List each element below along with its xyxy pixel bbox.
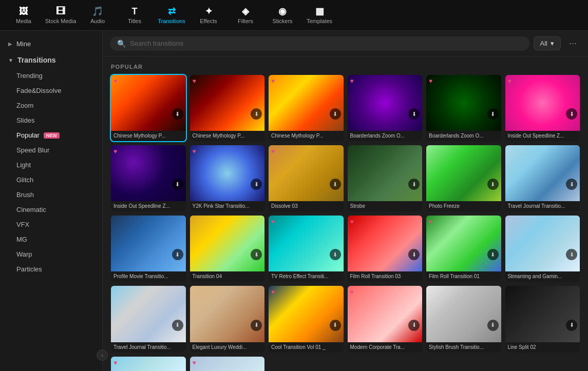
nav-item-transitions[interactable]: ⇄ Transitions bbox=[153, 2, 190, 29]
sidebar-item-trending[interactable]: Trending bbox=[0, 68, 102, 83]
card-thumb-filmroll03: ♥ ⬇ bbox=[348, 216, 423, 271]
fav-icon-inside-out2: ♥ bbox=[113, 148, 117, 155]
card-elegant[interactable]: ⬇ Elegant Luxury Weddi... bbox=[190, 286, 265, 352]
transitions-icon: ⇄ bbox=[168, 7, 176, 16]
nav-item-stickers[interactable]: ◉ Stickers bbox=[264, 2, 301, 29]
download-btn-line-split[interactable]: ⬇ bbox=[566, 320, 577, 331]
filter-button[interactable]: All ▾ bbox=[534, 36, 561, 50]
download-btn-y2k[interactable]: ⬇ bbox=[251, 179, 262, 190]
sidebar-item-label-brush: Brush bbox=[16, 191, 34, 199]
sidebar-item-particles[interactable]: Particles bbox=[0, 262, 102, 277]
card-stylish-brush[interactable]: ⬇ Stylish Brush Transitio... bbox=[426, 286, 501, 352]
card-strobe[interactable]: ⬇ Strobe bbox=[348, 145, 423, 211]
download-btn-travel-journal1[interactable]: ⬇ bbox=[566, 179, 577, 190]
sidebar-collapse-button[interactable]: ‹ bbox=[97, 349, 108, 361]
new-badge-popular: NEW bbox=[44, 132, 60, 139]
download-btn-inside-out-z[interactable]: ⬇ bbox=[566, 108, 577, 120]
card-dissolve03[interactable]: ♥ ⬇ Dissolve 03 bbox=[269, 145, 344, 211]
nav-item-filters[interactable]: ◈ Filters bbox=[227, 2, 264, 29]
nav-item-templates[interactable]: ▦ Templates bbox=[301, 2, 338, 29]
sidebar-item-speed-blur[interactable]: Speed Blur bbox=[0, 143, 102, 158]
sidebar-item-label-zoom: Zoom bbox=[16, 102, 33, 109]
card-filmroll01[interactable]: ♥ ⬇ Film Roll Transition 01 bbox=[426, 216, 501, 282]
card-label-photo-freeze: Photo Freeze bbox=[426, 201, 501, 211]
card-streaming[interactable]: ⬇ Streaming and Gamin... bbox=[505, 216, 580, 282]
download-btn-streaming[interactable]: ⬇ bbox=[566, 249, 577, 260]
download-btn-photo-freeze[interactable]: ⬇ bbox=[487, 179, 499, 190]
download-btn-cool-transition[interactable]: ⬇ bbox=[330, 320, 341, 331]
nav-item-effects[interactable]: ✦ Effects bbox=[190, 2, 227, 29]
card-label-travel-journal1: Travel Journal Transitio... bbox=[505, 201, 580, 211]
search-input[interactable] bbox=[130, 40, 522, 47]
card-label-dissolve03: Dissolve 03 bbox=[269, 201, 344, 211]
download-btn-modern-corp[interactable]: ⬇ bbox=[408, 320, 420, 331]
more-options-button[interactable]: ··· bbox=[565, 36, 581, 51]
card-chinese1[interactable]: ♥ ⬇ Chinese Mythology P... bbox=[111, 75, 186, 141]
sidebar-item-cinematic[interactable]: Cinematic bbox=[0, 202, 102, 217]
nav-item-audio[interactable]: 🎵 Audio bbox=[79, 2, 116, 29]
search-input-wrapper: 🔍 bbox=[110, 36, 529, 51]
download-btn-chinese2[interactable]: ⬇ bbox=[251, 108, 262, 120]
sidebar-item-label-fade-dissolve: Fade&Dissolve bbox=[16, 87, 61, 94]
nav-item-titles[interactable]: T Titles bbox=[116, 2, 153, 29]
download-btn-tvretro[interactable]: ⬇ bbox=[330, 249, 341, 260]
card-boarderlands2[interactable]: ♥ ⬇ Boarderlands Zoom O... bbox=[426, 75, 501, 141]
card-las-fallas[interactable]: ♥ ⬇ Las Fallas Transition 18 bbox=[111, 357, 186, 372]
sidebar-item-brush[interactable]: Brush bbox=[0, 187, 102, 202]
sidebar-item-label-particles: Particles bbox=[16, 265, 42, 273]
sidebar-item-mg[interactable]: MG bbox=[0, 232, 102, 247]
download-btn-dissolve03[interactable]: ⬇ bbox=[330, 179, 341, 190]
nav-item-media[interactable]: 🖼 Media bbox=[5, 2, 42, 29]
download-btn-travel2[interactable]: ⬇ bbox=[172, 320, 183, 331]
nav-label-stickers: Stickers bbox=[272, 18, 292, 24]
templates-icon: ▦ bbox=[315, 7, 324, 16]
download-btn-transition04[interactable]: ⬇ bbox=[251, 249, 262, 260]
download-btn-inside-out2[interactable]: ⬇ bbox=[172, 179, 183, 190]
sidebar-item-glitch[interactable]: Glitch bbox=[0, 172, 102, 187]
card-filmroll03[interactable]: ♥ ⬇ Film Roll Transition 03 bbox=[348, 216, 423, 282]
card-label-modern-corp: Modern Corporate Tra... bbox=[348, 342, 423, 353]
sidebar-item-zoom[interactable]: Zoom bbox=[0, 98, 102, 113]
sidebar-item-light[interactable]: Light bbox=[0, 158, 102, 172]
sidebar-item-fade-dissolve[interactable]: Fade&Dissolve bbox=[0, 83, 102, 98]
card-chinese3[interactable]: ♥ ⬇ Chinese Mythology P... bbox=[269, 75, 344, 141]
card-inside-out-z[interactable]: ♥ ⬇ Inside Out Speedline Z... bbox=[505, 75, 580, 141]
download-btn-chinese1[interactable]: ⬇ bbox=[172, 108, 183, 120]
effects-icon: ✦ bbox=[205, 7, 213, 16]
download-btn-chinese3[interactable]: ⬇ bbox=[330, 108, 341, 120]
nav-item-stock-media[interactable]: 🎞 Stock Media bbox=[42, 2, 79, 29]
card-line-split[interactable]: ⬇ Line Split 02 bbox=[505, 286, 580, 352]
card-modern-corp[interactable]: ♥ ⬇ Modern Corporate Tra... bbox=[348, 286, 423, 352]
card-transition04[interactable]: ⬇ Transition 04 bbox=[190, 216, 265, 282]
sidebar-item-slides[interactable]: Slides bbox=[0, 113, 102, 128]
card-travel2[interactable]: ⬇ Travel Journal Transitio... bbox=[111, 286, 186, 352]
sidebar-item-popular[interactable]: PopularNEW bbox=[0, 128, 102, 143]
gallery-scroll: POPULAR ♥ ⬇ Chinese Mythology P... ♥ ⬇ C… bbox=[103, 56, 588, 371]
card-chinese2[interactable]: ♥ ⬇ Chinese Mythology P... bbox=[190, 75, 265, 141]
card-thumb-inside-out2: ♥ ⬇ bbox=[111, 145, 186, 201]
download-btn-profile[interactable]: ⬇ bbox=[172, 249, 183, 260]
download-btn-filmroll01[interactable]: ⬇ bbox=[487, 249, 499, 260]
download-btn-elegant[interactable]: ⬇ bbox=[251, 320, 262, 331]
sidebar-mine[interactable]: ▶Mine bbox=[0, 36, 102, 52]
download-btn-boarderlands2[interactable]: ⬇ bbox=[487, 108, 499, 120]
card-profile[interactable]: ⬇ Profile Movie Transitio... bbox=[111, 216, 186, 282]
download-btn-stylish-brush[interactable]: ⬇ bbox=[487, 320, 499, 331]
card-inside-out2[interactable]: ♥ ⬇ Inside Out Speedline Z... bbox=[111, 145, 186, 211]
nav-label-templates: Templates bbox=[307, 18, 332, 24]
card-travel-journal1[interactable]: ⬇ Travel Journal Transitio... bbox=[505, 145, 580, 211]
card-cool-transition[interactable]: ♥ ⬇ Cool Transition Vol 01 _ bbox=[269, 286, 344, 352]
sidebar-item-warp[interactable]: Warp bbox=[0, 247, 102, 262]
card-boarderlands1[interactable]: ♥ ⬇ Boarderlands Zoom O... bbox=[348, 75, 423, 141]
card-tvretro[interactable]: ♥ ⬇ TV Retro Effect Transiti... bbox=[269, 216, 344, 282]
card-y2k[interactable]: ♥ ⬇ Y2K Pink Star Transitio... bbox=[190, 145, 265, 211]
download-btn-filmroll03[interactable]: ⬇ bbox=[408, 249, 420, 260]
download-btn-strobe[interactable]: ⬇ bbox=[408, 179, 420, 190]
download-btn-boarderlands1[interactable]: ⬇ bbox=[408, 108, 420, 120]
fav-icon-cool-transition: ♥ bbox=[271, 288, 275, 296]
fav-icon-modern-corp: ♥ bbox=[350, 288, 354, 296]
sidebar-item-vfx[interactable]: VFX bbox=[0, 217, 102, 232]
card-photo-freeze[interactable]: ⬇ Photo Freeze bbox=[426, 145, 501, 211]
sidebar-section-header-transitions[interactable]: ▼Transitions bbox=[0, 52, 102, 68]
card-los-reyes[interactable]: ♥ ⬇ Los Reyes Magos Tran... bbox=[190, 357, 265, 372]
